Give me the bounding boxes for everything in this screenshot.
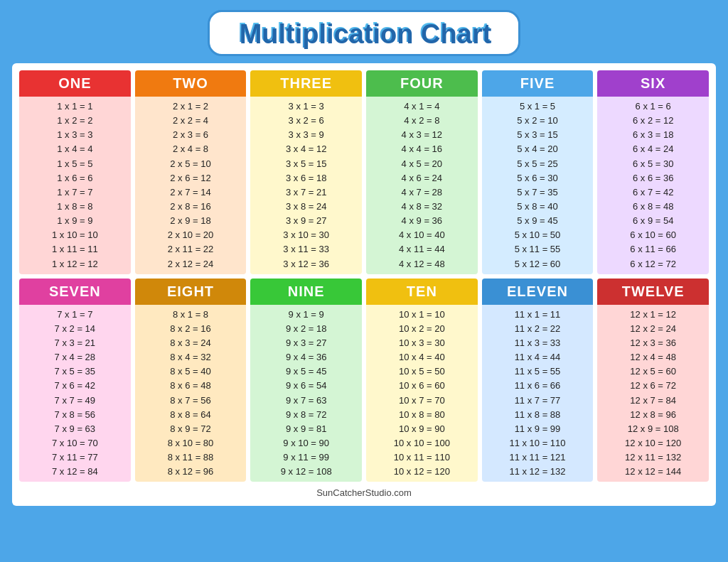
table-row: 9 x 6 = 54: [252, 379, 360, 393]
table-row: 2 x 7 = 14: [136, 185, 245, 200]
table-row: 6 x 6 = 36: [599, 171, 707, 185]
table-row: 12 x 10 = 120: [599, 436, 707, 450]
table-row: 7 x 4 = 28: [21, 350, 129, 364]
table-row: 10 x 9 = 90: [368, 422, 476, 436]
table-header-five: FIVE: [482, 70, 594, 97]
table-row: 5 x 11 = 55: [483, 242, 592, 256]
table-row: 6 x 4 = 24: [599, 142, 707, 156]
table-row: 4 x 10 = 40: [368, 228, 476, 242]
chart-wrapper: ONE1 x 1 = 11 x 2 = 21 x 3 = 31 x 4 = 41…: [12, 63, 716, 506]
table-row: 6 x 10 = 60: [599, 228, 707, 242]
table-block-two: TWO2 x 1 = 22 x 2 = 42 x 3 = 62 x 4 = 82…: [135, 70, 247, 274]
table-block-nine: NINE9 x 1 = 99 x 2 = 189 x 3 = 279 x 4 =…: [250, 279, 362, 482]
table-block-eight: EIGHT8 x 1 = 88 x 2 = 168 x 3 = 248 x 4 …: [135, 279, 247, 482]
table-header-nine: NINE: [250, 279, 362, 305]
table-row: 2 x 4 = 8: [136, 142, 245, 156]
table-body-four: 4 x 1 = 44 x 2 = 84 x 3 = 124 x 4 = 164 …: [366, 97, 478, 274]
table-row: 11 x 8 = 88: [483, 408, 592, 422]
table-row: 4 x 5 = 20: [368, 157, 476, 171]
table-header-eleven: ELEVEN: [482, 279, 594, 305]
table-body-nine: 9 x 1 = 99 x 2 = 189 x 3 = 279 x 4 = 369…: [250, 305, 362, 482]
table-row: 4 x 11 = 44: [368, 242, 476, 256]
table-row: 2 x 2 = 4: [136, 114, 245, 128]
table-row: 11 x 5 = 55: [483, 364, 592, 379]
table-row: 2 x 9 = 18: [136, 214, 245, 228]
table-row: 6 x 11 = 66: [599, 242, 707, 256]
table-block-ten: TEN10 x 1 = 1010 x 2 = 2010 x 3 = 3010 x…: [366, 279, 478, 482]
table-row: 9 x 1 = 9: [252, 308, 360, 322]
table-row: 1 x 2 = 2: [21, 114, 129, 128]
table-row: 8 x 8 = 64: [136, 408, 245, 422]
table-row: 8 x 7 = 56: [136, 394, 245, 408]
table-row: 10 x 12 = 120: [368, 465, 476, 479]
table-row: 3 x 4 = 12: [252, 142, 360, 156]
table-row: 1 x 8 = 8: [21, 200, 129, 214]
table-header-seven: SEVEN: [19, 279, 131, 305]
table-row: 3 x 7 = 21: [252, 185, 360, 200]
table-row: 10 x 7 = 70: [368, 394, 476, 408]
table-row: 9 x 11 = 99: [252, 450, 360, 465]
table-row: 11 x 1 = 11: [483, 308, 592, 322]
table-row: 8 x 1 = 8: [136, 308, 245, 322]
table-row: 4 x 7 = 28: [368, 185, 476, 200]
table-row: 4 x 2 = 8: [368, 114, 476, 128]
table-row: 8 x 11 = 88: [136, 450, 245, 465]
table-block-eleven: ELEVEN11 x 1 = 1111 x 2 = 2211 x 3 = 331…: [482, 279, 594, 482]
table-row: 9 x 10 = 90: [252, 436, 360, 450]
table-row: 3 x 12 = 36: [252, 257, 360, 271]
table-row: 1 x 9 = 9: [21, 214, 129, 228]
table-row: 4 x 8 = 32: [368, 200, 476, 214]
table-row: 11 x 6 = 66: [483, 379, 592, 393]
table-row: 10 x 3 = 30: [368, 336, 476, 350]
table-body-one: 1 x 1 = 11 x 2 = 21 x 3 = 31 x 4 = 41 x …: [19, 97, 131, 274]
table-row: 4 x 6 = 24: [368, 171, 476, 185]
table-row: 2 x 8 = 16: [136, 200, 245, 214]
table-row: 1 x 3 = 3: [21, 128, 129, 142]
table-row: 5 x 9 = 45: [483, 214, 592, 228]
table-row: 3 x 8 = 24: [252, 200, 360, 214]
table-row: 10 x 10 = 100: [368, 436, 476, 450]
table-body-five: 5 x 1 = 55 x 2 = 105 x 3 = 155 x 4 = 205…: [482, 97, 594, 274]
table-block-three: THREE3 x 1 = 33 x 2 = 63 x 3 = 93 x 4 = …: [250, 70, 362, 274]
table-row: 5 x 6 = 30: [483, 171, 592, 185]
table-row: 2 x 12 = 24: [136, 257, 245, 271]
table-header-twelve: TWELVE: [597, 279, 709, 305]
table-row: 1 x 1 = 1: [21, 99, 129, 114]
table-row: 5 x 2 = 10: [483, 114, 592, 128]
table-row: 11 x 9 = 99: [483, 422, 592, 436]
table-row: 2 x 1 = 2: [136, 99, 245, 114]
table-row: 11 x 4 = 44: [483, 350, 592, 364]
table-row: 11 x 10 = 110: [483, 436, 592, 450]
table-row: 9 x 3 = 27: [252, 336, 360, 350]
table-row: 12 x 6 = 72: [599, 379, 707, 393]
table-row: 1 x 4 = 4: [21, 142, 129, 156]
table-row: 1 x 10 = 10: [21, 228, 129, 242]
table-row: 1 x 11 = 11: [21, 242, 129, 256]
chart-row-top: ONE1 x 1 = 11 x 2 = 21 x 3 = 31 x 4 = 41…: [19, 70, 709, 274]
table-row: 4 x 12 = 48: [368, 257, 476, 271]
table-row: 11 x 7 = 77: [483, 394, 592, 408]
table-row: 7 x 6 = 42: [21, 379, 129, 393]
title-container: Multiplication Chart: [208, 10, 521, 56]
page-title: Multiplication Chart: [238, 18, 491, 48]
table-row: 11 x 2 = 22: [483, 322, 592, 336]
table-row: 6 x 2 = 12: [599, 114, 707, 128]
table-row: 4 x 9 = 36: [368, 214, 476, 228]
table-header-eight: EIGHT: [135, 279, 247, 305]
table-row: 4 x 1 = 4: [368, 99, 476, 114]
table-header-two: TWO: [135, 70, 247, 97]
table-row: 3 x 9 = 27: [252, 214, 360, 228]
table-row: 6 x 9 = 54: [599, 214, 707, 228]
table-row: 8 x 6 = 48: [136, 379, 245, 393]
table-row: 8 x 4 = 32: [136, 350, 245, 364]
table-header-three: THREE: [250, 70, 362, 97]
table-row: 12 x 3 = 36: [599, 336, 707, 350]
table-body-two: 2 x 1 = 22 x 2 = 42 x 3 = 62 x 4 = 82 x …: [135, 97, 247, 274]
table-block-four: FOUR4 x 1 = 44 x 2 = 84 x 3 = 124 x 4 = …: [366, 70, 478, 274]
table-row: 8 x 3 = 24: [136, 336, 245, 350]
table-block-twelve: TWELVE12 x 1 = 1212 x 2 = 2412 x 3 = 361…: [597, 279, 709, 482]
table-row: 9 x 9 = 81: [252, 422, 360, 436]
table-block-six: SIX6 x 1 = 66 x 2 = 126 x 3 = 186 x 4 = …: [597, 70, 709, 274]
table-row: 1 x 12 = 12: [21, 257, 129, 271]
table-row: 3 x 1 = 3: [252, 99, 360, 114]
